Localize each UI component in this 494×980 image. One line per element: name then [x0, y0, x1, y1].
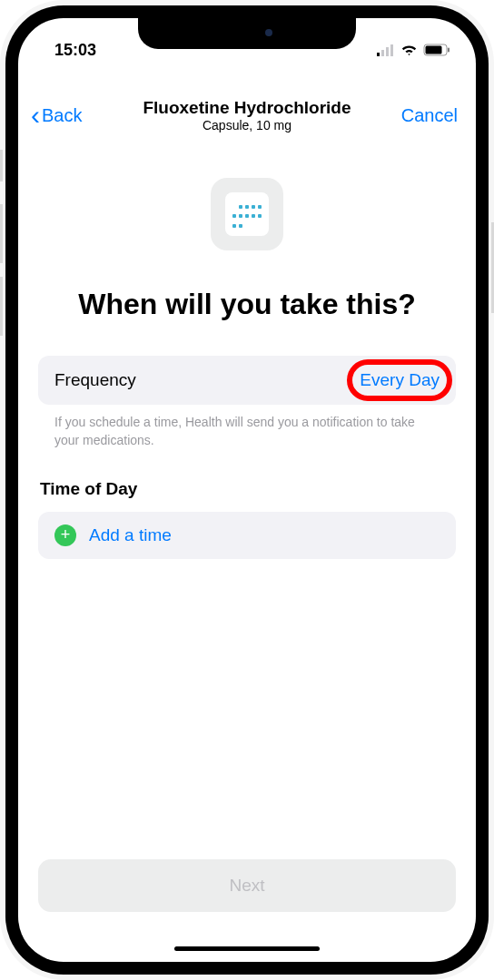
- frequency-hint: If you schedule a time, Health will send…: [38, 405, 456, 449]
- mute-switch: [0, 150, 3, 181]
- svg-rect-1: [381, 50, 384, 56]
- next-button[interactable]: Next: [38, 859, 456, 912]
- content: When will you take this? Frequency Every…: [18, 142, 476, 559]
- nav-title-main: Fluoxetine Hydrochloride: [143, 98, 351, 118]
- cellular-icon: [377, 44, 395, 56]
- wifi-icon: [400, 44, 418, 56]
- notch: [138, 18, 356, 49]
- nav-title-sub: Capsule, 10 mg: [143, 118, 351, 132]
- schedule-icon-container: [211, 178, 283, 250]
- plus-icon: +: [54, 524, 76, 546]
- nav-title: Fluoxetine Hydrochloride Capsule, 10 mg: [143, 98, 351, 132]
- svg-rect-6: [448, 48, 450, 53]
- volume-down-button: [0, 277, 3, 336]
- cancel-button[interactable]: Cancel: [401, 105, 458, 126]
- frequency-label: Frequency: [54, 370, 136, 390]
- phone-frame: 15:03 ‹ Back Fluoxetine Hydrochloride Ca…: [0, 0, 494, 980]
- calendar-icon: [225, 192, 269, 236]
- front-camera: [265, 29, 272, 36]
- back-button[interactable]: ‹ Back: [31, 102, 82, 129]
- status-time: 15:03: [54, 41, 96, 60]
- volume-up-button: [0, 204, 3, 263]
- svg-rect-3: [390, 44, 393, 56]
- add-time-label: Add a time: [89, 525, 172, 545]
- back-label: Back: [42, 105, 82, 126]
- nav-bar: ‹ Back Fluoxetine Hydrochloride Capsule,…: [18, 65, 476, 142]
- time-of-day-header: Time of Day: [40, 479, 456, 499]
- frequency-row[interactable]: Frequency Every Day: [38, 356, 456, 405]
- home-indicator[interactable]: [174, 946, 320, 951]
- battery-icon: [423, 44, 450, 56]
- chevron-left-icon: ‹: [31, 102, 40, 129]
- svg-rect-0: [377, 53, 380, 56]
- add-time-button[interactable]: + Add a time: [38, 512, 456, 559]
- frequency-value: Every Day: [360, 370, 440, 390]
- page-heading: When will you take this?: [38, 287, 456, 321]
- svg-rect-5: [426, 46, 442, 54]
- status-indicators: [377, 44, 450, 56]
- svg-rect-2: [386, 47, 389, 56]
- phone-screen: 15:03 ‹ Back Fluoxetine Hydrochloride Ca…: [18, 18, 476, 962]
